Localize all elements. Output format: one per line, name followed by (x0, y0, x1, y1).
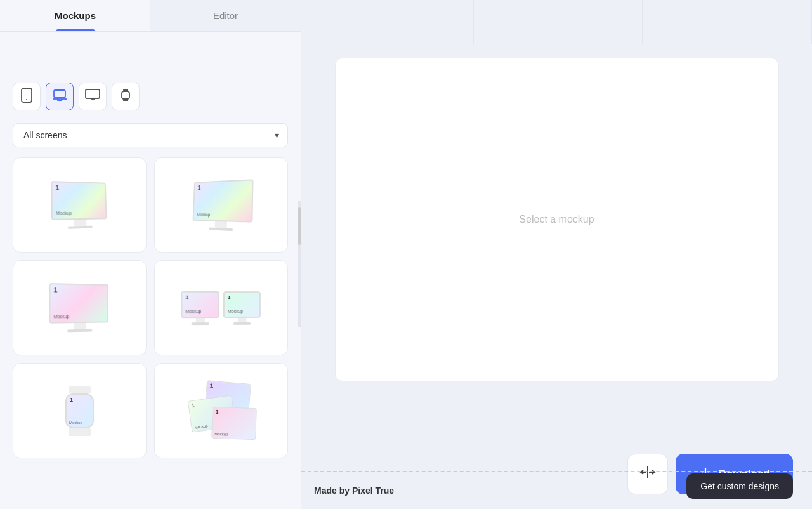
watch-icon (120, 88, 131, 106)
screen-select[interactable]: All screens Mobile Tablet Desktop Watch (13, 123, 288, 147)
tab-bar: Mockups Editor (0, 0, 301, 32)
mockup-preview-6: 1 Mockup 1 Mockup 1 Mockup (155, 364, 287, 458)
grid-line (643, 0, 812, 44)
mockup-preview-2: 1 Mockup (155, 158, 287, 252)
tab-mockups[interactable]: Mockups (0, 0, 150, 31)
right-panel: Select a mockup (301, 0, 812, 509)
scrollbar-thumb[interactable] (298, 207, 301, 245)
grid-line (474, 0, 643, 44)
mockup-preview-4: 1 Mockup 1 Mockup (155, 261, 287, 355)
mockup-card-1[interactable]: 1 Mockup (13, 157, 147, 253)
grid-line (304, 0, 474, 44)
monitor-icon (85, 88, 100, 105)
spacer (0, 32, 301, 70)
mockup-preview-3: 1 Mockup (13, 261, 146, 355)
mobile-icon (20, 88, 33, 106)
mockup-preview-5: 1 Mockup (13, 364, 146, 458)
tab-editor[interactable]: Editor (150, 0, 301, 31)
svg-rect-4 (122, 91, 129, 99)
made-by-label: Made by Pixel True (314, 486, 394, 496)
device-btn-laptop[interactable] (46, 83, 74, 110)
mockup-card-5[interactable]: 1 Mockup (13, 363, 147, 458)
grid-lines-top (304, 0, 812, 44)
mockup-grid: 1 Mockup 1 Mockup (0, 157, 301, 509)
scrollbar-track[interactable] (298, 201, 301, 327)
grid-lines-bottom (304, 442, 812, 442)
device-btn-watch[interactable] (112, 83, 140, 110)
mockup-card-2[interactable]: 1 Mockup (154, 157, 288, 253)
preview-box: Select a mockup (335, 58, 779, 381)
screen-dropdown[interactable]: All screens Mobile Tablet Desktop Watch … (13, 123, 288, 147)
left-panel: Mockups Editor (0, 0, 301, 509)
svg-point-1 (26, 99, 27, 100)
mockup-card-4[interactable]: 1 Mockup 1 Mockup (154, 260, 288, 355)
device-btn-monitor[interactable] (79, 83, 107, 110)
device-btn-mobile[interactable] (13, 83, 41, 110)
mockup-card-6[interactable]: 1 Mockup 1 Mockup 1 Mockup (154, 363, 288, 458)
preview-area: Select a mockup (301, 0, 812, 439)
svg-rect-3 (86, 89, 100, 98)
svg-rect-2 (54, 90, 65, 98)
mockup-card-3[interactable]: 1 Mockup (13, 260, 147, 355)
device-filter-bar (0, 70, 301, 118)
empty-state-text: Select a mockup (519, 214, 594, 225)
laptop-icon (52, 89, 67, 105)
custom-designs-button[interactable]: Get custom designs (686, 473, 793, 499)
mockup-preview-1: 1 Mockup (13, 158, 146, 252)
